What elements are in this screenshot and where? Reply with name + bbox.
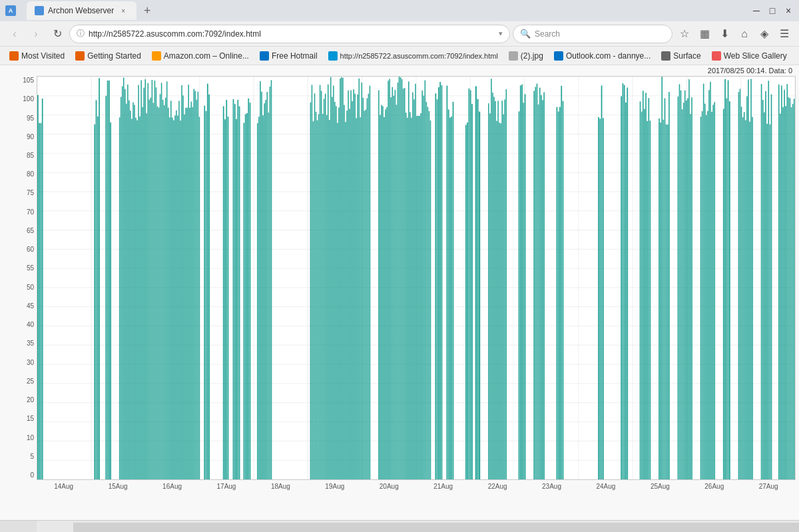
bookmark-favicon-3 [260, 51, 269, 61]
svg-rect-332 [749, 122, 750, 479]
y-label: 10 [0, 435, 34, 441]
svg-rect-235 [470, 91, 471, 479]
svg-rect-204 [407, 118, 408, 479]
refresh-button[interactable]: ↻ [48, 25, 67, 43]
bookmarks-button[interactable]: ☆ [675, 25, 694, 43]
svg-rect-165 [346, 111, 348, 479]
svg-rect-197 [398, 83, 399, 479]
svg-rect-208 [412, 93, 413, 479]
svg-rect-186 [382, 106, 384, 479]
svg-rect-76 [156, 87, 157, 479]
chart-svg [37, 77, 795, 479]
svg-rect-206 [409, 112, 411, 479]
svg-rect-219 [427, 107, 429, 479]
bookmark-surface[interactable]: Surface [657, 50, 704, 62]
svg-rect-144 [318, 114, 320, 479]
close-button[interactable]: × [783, 5, 794, 16]
svg-rect-167 [349, 109, 350, 479]
address-bar[interactable]: ⓘ http://n2585722.asuscomm.com:7092/inde… [69, 25, 510, 43]
bookmark-hotmail[interactable]: Free Hotmail [256, 50, 322, 62]
bookmark-label-7: Surface [673, 51, 700, 61]
svg-rect-239 [479, 112, 480, 479]
svg-rect-335 [761, 84, 762, 479]
svg-rect-63 [138, 85, 139, 479]
download-button[interactable]: ⬇ [715, 25, 734, 43]
svg-rect-264 [541, 95, 542, 479]
svg-rect-308 [700, 117, 702, 479]
svg-rect-352 [791, 107, 792, 479]
minimize-button[interactable]: ─ [751, 5, 762, 16]
svg-rect-218 [426, 102, 427, 479]
svg-rect-309 [702, 111, 703, 479]
svg-rect-168 [350, 90, 352, 479]
svg-rect-97 [184, 115, 185, 479]
svg-rect-185 [381, 105, 382, 479]
bookmark-outlook[interactable]: Outlook.com - dannye... [550, 50, 655, 62]
svg-rect-257 [523, 103, 524, 479]
svg-rect-245 [495, 101, 496, 479]
svg-rect-147 [322, 114, 324, 479]
tab-close-button[interactable]: × [118, 5, 129, 16]
y-label: 95 [0, 115, 34, 122]
svg-rect-81 [162, 100, 164, 479]
svg-rect-86 [169, 117, 170, 479]
x-label: 21Aug [416, 483, 470, 513]
svg-rect-117 [233, 99, 234, 479]
menu-button[interactable]: ☰ [775, 25, 794, 43]
svg-rect-266 [543, 92, 545, 479]
search-box[interactable]: 🔍 Search [513, 25, 672, 43]
svg-rect-244 [493, 97, 495, 479]
svg-rect-58 [131, 119, 133, 479]
svg-rect-153 [330, 77, 332, 479]
svg-rect-141 [314, 93, 316, 479]
svg-rect-232 [465, 125, 467, 479]
svg-rect-258 [525, 94, 526, 479]
bookmark-jpg[interactable]: (2).jpg [505, 50, 547, 62]
svg-rect-114 [224, 119, 226, 479]
svg-rect-221 [430, 121, 431, 479]
svg-rect-271 [563, 101, 564, 479]
svg-rect-38 [39, 123, 40, 479]
svg-rect-134 [267, 92, 268, 479]
window-controls: ─ □ × [751, 5, 794, 16]
svg-rect-342 [771, 95, 772, 479]
svg-rect-212 [417, 116, 419, 479]
svg-rect-229 [449, 118, 451, 479]
svg-rect-163 [344, 105, 345, 479]
active-tab[interactable]: Archon Webserver × [27, 1, 136, 20]
svg-rect-178 [364, 111, 366, 479]
home-button[interactable]: ⌂ [735, 25, 754, 43]
svg-rect-52 [123, 78, 125, 479]
svg-rect-79 [160, 94, 161, 479]
back-button[interactable]: ‹ [5, 25, 24, 43]
pocket-button[interactable]: ◈ [755, 25, 774, 43]
svg-rect-155 [333, 86, 334, 479]
minimap-track[interactable] [73, 523, 799, 533]
svg-rect-278 [624, 85, 625, 479]
maximize-button[interactable]: □ [767, 5, 778, 16]
svg-rect-120 [237, 100, 238, 479]
bookmark-label-6: Outlook.com - dannye... [566, 51, 651, 61]
x-label: 25Aug [633, 483, 687, 513]
svg-rect-172 [356, 118, 357, 479]
svg-rect-46 [107, 81, 109, 479]
svg-rect-320 [724, 79, 726, 479]
new-tab-button[interactable]: + [138, 1, 156, 20]
svg-rect-337 [764, 113, 765, 479]
title-bar: A Archon Webserver × + ─ □ × [0, 0, 799, 21]
bookmark-hp[interactable]: http://n2585722.asuscomm.com:7092/index.… [324, 50, 502, 62]
svg-rect-318 [714, 102, 715, 479]
svg-rect-276 [621, 97, 622, 479]
bookmark-most-visited[interactable]: Most Visited [5, 50, 69, 62]
svg-rect-260 [535, 87, 537, 479]
forward-button[interactable]: › [27, 25, 45, 43]
minimap[interactable] [0, 520, 799, 532]
bookmark-webslice[interactable]: Web Slice Gallery [708, 50, 791, 62]
svg-rect-351 [790, 98, 791, 479]
bookmark-getting-started[interactable]: Getting Started [71, 50, 145, 62]
reading-view-button[interactable]: ▦ [695, 25, 714, 43]
x-label: 16Aug [145, 483, 199, 513]
bookmark-amazon[interactable]: Amazon.com – Online... [148, 50, 253, 62]
svg-rect-143 [317, 120, 318, 479]
svg-rect-94 [180, 121, 181, 479]
